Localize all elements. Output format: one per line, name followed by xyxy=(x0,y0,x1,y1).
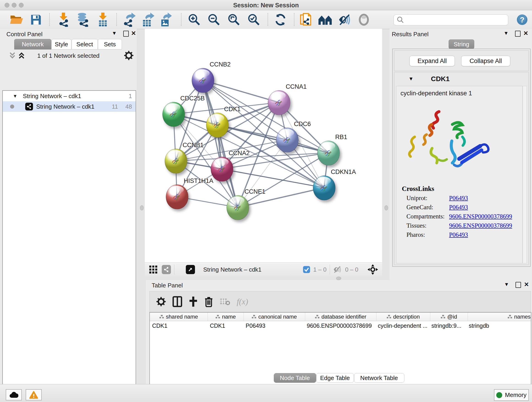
column-header-shared-name[interactable]: shared name xyxy=(150,313,208,321)
control-panel-close-icon[interactable]: ✕ xyxy=(131,30,136,37)
table-cell[interactable]: stringdb xyxy=(467,321,531,330)
network-share-icon xyxy=(25,103,33,110)
network-canvas[interactable]: CCNB2CCNA1CDC25BCDK1CDC6RB1CCNB1CCNA2CDK… xyxy=(145,29,382,262)
table-panel-close-icon[interactable]: ✕ xyxy=(524,281,529,288)
search-input[interactable] xyxy=(406,17,508,23)
table-cell[interactable]: P06493 xyxy=(243,321,304,330)
collection-count: 1 xyxy=(129,93,132,100)
network-node-CDKN1A[interactable] xyxy=(313,176,336,200)
zoom-fit-icon[interactable] xyxy=(228,13,240,26)
column-header-database-identifier[interactable]: database identifier xyxy=(305,313,376,321)
help-icon[interactable]: ? xyxy=(516,14,528,26)
crosslink-value-link[interactable]: P06493 xyxy=(449,195,468,202)
tab-node-table[interactable]: Node Table xyxy=(274,373,316,383)
open-session-icon[interactable] xyxy=(10,14,23,26)
network-collection-row[interactable]: ▼ String Network – cdk1 1 xyxy=(3,91,136,101)
pan-crosshair-icon[interactable] xyxy=(367,264,378,275)
zoom-in-icon[interactable] xyxy=(188,13,201,26)
bottom-splitter-handle[interactable] xyxy=(336,277,341,280)
hide-panels-icon[interactable] xyxy=(338,13,351,26)
cloud-status-button[interactable] xyxy=(6,389,22,400)
hidden-count: 0 – 0 xyxy=(345,266,358,273)
collection-expand-icon[interactable]: ▼ xyxy=(13,94,17,99)
table-row[interactable]: CDK1CDK1P064939606.ENSP00000378699cyclin… xyxy=(150,321,531,330)
network-node-RB1[interactable] xyxy=(317,141,340,166)
delete-table-icon[interactable] xyxy=(220,297,230,306)
network-node-CDK1[interactable] xyxy=(206,113,229,138)
results-panel-collapse-icon[interactable]: ▼ xyxy=(504,30,509,36)
export-image-icon[interactable] xyxy=(160,13,172,27)
warning-status-button[interactable] xyxy=(26,389,42,400)
grid-view-icon[interactable] xyxy=(149,265,158,274)
tab-network-table[interactable]: Network Table xyxy=(354,373,404,383)
tab-edge-table[interactable]: Edge Table xyxy=(316,373,354,383)
network-node-CCNB1[interactable] xyxy=(165,149,187,173)
network-node-CCNE1[interactable] xyxy=(227,195,249,220)
hidden-eye-slash-icon[interactable] xyxy=(333,266,342,274)
results-panel-close-icon[interactable]: ✕ xyxy=(523,30,528,37)
network-options-gear-icon[interactable] xyxy=(124,51,134,61)
memory-button[interactable]: Memory xyxy=(494,389,529,401)
expand-all-button[interactable]: Expand All xyxy=(409,56,455,66)
export-table-icon[interactable] xyxy=(142,13,154,27)
control-panel-float-icon[interactable] xyxy=(123,31,129,37)
right-splitter-handle[interactable] xyxy=(385,205,388,211)
table-cell[interactable]: stringdb:9... xyxy=(429,321,467,330)
delete-column-icon[interactable] xyxy=(204,296,213,307)
tab-style[interactable]: Style xyxy=(51,39,71,50)
network-item-row[interactable]: String Network – cdk1 11 48 xyxy=(3,101,136,112)
add-column-icon[interactable] xyxy=(189,296,198,307)
network-share-view-icon[interactable] xyxy=(162,265,171,274)
network-node-HIST1H1A[interactable] xyxy=(166,185,188,209)
crosslink-value-link[interactable]: 9606.ENSP00000378699 xyxy=(449,213,512,220)
collapse-all-button[interactable]: Collapse All xyxy=(461,56,510,66)
tab-network[interactable]: Network xyxy=(14,39,51,50)
save-session-icon[interactable] xyxy=(30,14,42,26)
table-cell[interactable]: 9606.ENSP00000378699 xyxy=(304,321,375,330)
column-header-description[interactable]: description xyxy=(376,313,430,321)
table-panel-float-icon[interactable] xyxy=(515,282,521,288)
table-panel-collapse-icon[interactable]: ▼ xyxy=(504,281,509,287)
show-columns-icon[interactable] xyxy=(172,296,182,307)
tab-sets[interactable]: Sets xyxy=(98,39,122,50)
network-edge[interactable] xyxy=(217,125,328,153)
tab-string[interactable]: String xyxy=(449,39,474,49)
selected-checkbox-icon[interactable] xyxy=(303,266,310,274)
refresh-icon[interactable] xyxy=(274,13,287,26)
left-splitter-handle[interactable] xyxy=(140,205,144,211)
gene-section-header[interactable]: ▼ CDK1 xyxy=(394,72,529,85)
column-header-namespace[interactable]: namespace xyxy=(468,313,531,321)
gene-collapse-icon[interactable]: ▼ xyxy=(409,76,413,82)
tab-select[interactable]: Select xyxy=(71,39,98,50)
import-network-file-icon[interactable] xyxy=(57,13,70,27)
network-node-CCNA1[interactable] xyxy=(268,90,290,115)
zoom-out-icon[interactable] xyxy=(208,13,220,26)
control-panel-collapse-icon[interactable]: ▼ xyxy=(112,30,117,36)
crosslink-value-link[interactable]: 9606.ENSP00000378699 xyxy=(449,222,512,229)
show-all-panels-icon[interactable] xyxy=(318,14,332,26)
network-node-CDC6[interactable] xyxy=(276,128,298,153)
export-network-icon[interactable] xyxy=(123,13,136,27)
bird-eye-view-icon[interactable] xyxy=(358,13,370,26)
zoom-selected-icon[interactable] xyxy=(247,13,260,26)
network-node-CCNB2[interactable] xyxy=(192,68,214,93)
crosslink-value-link[interactable]: P06493 xyxy=(449,204,468,211)
table-cell[interactable]: CDK1 xyxy=(208,321,243,330)
table-cell[interactable]: CDK1 xyxy=(150,321,208,330)
table-options-gear-icon[interactable] xyxy=(156,297,166,307)
crosslink-value-link[interactable]: P06493 xyxy=(449,231,468,238)
import-table-file-icon[interactable] xyxy=(97,13,109,27)
table-cell[interactable]: cyclin-dependent ... xyxy=(375,321,429,330)
network-edge[interactable] xyxy=(203,80,279,102)
column-header-name[interactable]: name xyxy=(208,313,244,321)
function-builder-icon[interactable]: f(x) xyxy=(237,297,248,306)
import-network-database-icon[interactable] xyxy=(76,13,90,27)
column-header--id[interactable]: @id xyxy=(430,313,468,321)
results-scrollbar[interactable] xyxy=(523,86,527,263)
column-header-canonical-name[interactable]: canonical name xyxy=(244,313,305,321)
results-panel-float-icon[interactable] xyxy=(515,31,520,37)
network-node-CDC25B[interactable] xyxy=(162,102,185,127)
network-node-CCNA2[interactable] xyxy=(211,157,233,182)
copy-style-icon[interactable] xyxy=(300,13,313,27)
detach-view-icon[interactable] xyxy=(186,265,195,274)
